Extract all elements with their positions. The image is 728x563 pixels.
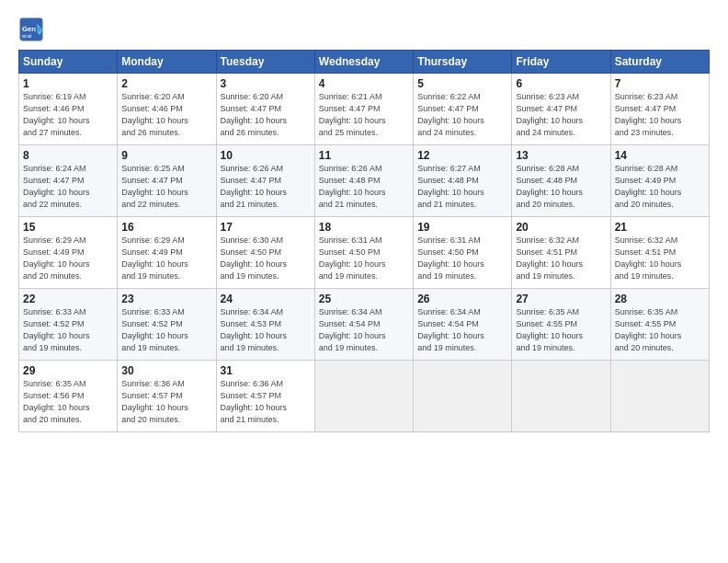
day-number: 23 bbox=[121, 293, 211, 305]
day-number: 11 bbox=[319, 149, 409, 162]
day-detail: Sunrise: 6:32 AM Sunset: 4:51 PM Dayligh… bbox=[516, 235, 606, 282]
logo-icon: Gen eral bbox=[18, 17, 44, 42]
day-number: 17 bbox=[221, 221, 311, 234]
calendar-cell: 27Sunrise: 6:35 AM Sunset: 4:55 PM Dayli… bbox=[512, 289, 610, 361]
calendar-cell: 12Sunrise: 6:27 AM Sunset: 4:48 PM Dayli… bbox=[414, 145, 512, 217]
calendar-cell: 20Sunrise: 6:32 AM Sunset: 4:51 PM Dayli… bbox=[512, 217, 610, 289]
page-header: Gen eral bbox=[18, 17, 710, 42]
calendar-cell: 3Sunrise: 6:20 AM Sunset: 4:47 PM Daylig… bbox=[216, 74, 314, 145]
day-number: 8 bbox=[23, 149, 113, 162]
day-detail: Sunrise: 6:30 AM Sunset: 4:50 PM Dayligh… bbox=[221, 235, 311, 282]
calendar-cell: 21Sunrise: 6:32 AM Sunset: 4:51 PM Dayli… bbox=[610, 217, 709, 289]
day-detail: Sunrise: 6:23 AM Sunset: 4:47 PM Dayligh… bbox=[516, 91, 606, 139]
calendar-week-row: 22Sunrise: 6:33 AM Sunset: 4:52 PM Dayli… bbox=[19, 289, 710, 361]
day-number: 27 bbox=[516, 293, 606, 305]
calendar-cell: 26Sunrise: 6:34 AM Sunset: 4:54 PM Dayli… bbox=[414, 289, 512, 361]
day-detail: Sunrise: 6:24 AM Sunset: 4:47 PM Dayligh… bbox=[23, 163, 113, 211]
day-number: 12 bbox=[417, 149, 507, 162]
calendar-cell: 23Sunrise: 6:33 AM Sunset: 4:52 PM Dayli… bbox=[118, 289, 216, 361]
day-number: 31 bbox=[221, 364, 311, 377]
calendar-cell: 24Sunrise: 6:34 AM Sunset: 4:53 PM Dayli… bbox=[216, 289, 314, 361]
calendar-cell: 5Sunrise: 6:22 AM Sunset: 4:47 PM Daylig… bbox=[414, 74, 512, 145]
calendar-cell: 2Sunrise: 6:20 AM Sunset: 4:46 PM Daylig… bbox=[118, 74, 216, 145]
day-number: 16 bbox=[121, 221, 211, 234]
day-detail: Sunrise: 6:28 AM Sunset: 4:49 PM Dayligh… bbox=[615, 163, 705, 211]
calendar-week-row: 1Sunrise: 6:19 AM Sunset: 4:46 PM Daylig… bbox=[19, 74, 710, 145]
calendar-cell: 4Sunrise: 6:21 AM Sunset: 4:47 PM Daylig… bbox=[314, 74, 413, 145]
day-number: 3 bbox=[221, 77, 311, 90]
calendar-cell: 15Sunrise: 6:29 AM Sunset: 4:49 PM Dayli… bbox=[19, 217, 118, 289]
day-detail: Sunrise: 6:28 AM Sunset: 4:48 PM Dayligh… bbox=[516, 163, 606, 211]
day-detail: Sunrise: 6:34 AM Sunset: 4:54 PM Dayligh… bbox=[319, 306, 409, 354]
calendar-header-row: SundayMondayTuesdayWednesdayThursdayFrid… bbox=[19, 51, 710, 74]
day-detail: Sunrise: 6:35 AM Sunset: 4:55 PM Dayligh… bbox=[516, 306, 606, 354]
day-detail: Sunrise: 6:34 AM Sunset: 4:53 PM Dayligh… bbox=[221, 306, 311, 354]
calendar-cell bbox=[610, 361, 709, 432]
day-number: 9 bbox=[121, 149, 211, 162]
day-detail: Sunrise: 6:20 AM Sunset: 4:46 PM Dayligh… bbox=[121, 91, 211, 139]
day-number: 25 bbox=[319, 293, 409, 305]
calendar-cell: 13Sunrise: 6:28 AM Sunset: 4:48 PM Dayli… bbox=[512, 145, 610, 217]
calendar-cell: 30Sunrise: 6:36 AM Sunset: 4:57 PM Dayli… bbox=[118, 361, 216, 432]
calendar-cell: 16Sunrise: 6:29 AM Sunset: 4:49 PM Dayli… bbox=[118, 217, 216, 289]
calendar-cell: 8Sunrise: 6:24 AM Sunset: 4:47 PM Daylig… bbox=[19, 145, 118, 217]
day-detail: Sunrise: 6:34 AM Sunset: 4:54 PM Dayligh… bbox=[417, 306, 507, 354]
calendar-cell: 1Sunrise: 6:19 AM Sunset: 4:46 PM Daylig… bbox=[19, 74, 118, 145]
calendar-cell: 25Sunrise: 6:34 AM Sunset: 4:54 PM Dayli… bbox=[314, 289, 413, 361]
day-detail: Sunrise: 6:21 AM Sunset: 4:47 PM Dayligh… bbox=[319, 91, 409, 139]
day-detail: Sunrise: 6:29 AM Sunset: 4:49 PM Dayligh… bbox=[23, 235, 113, 282]
calendar-week-row: 15Sunrise: 6:29 AM Sunset: 4:49 PM Dayli… bbox=[19, 217, 710, 289]
calendar-cell bbox=[314, 361, 413, 432]
day-detail: Sunrise: 6:33 AM Sunset: 4:52 PM Dayligh… bbox=[23, 306, 113, 354]
day-detail: Sunrise: 6:33 AM Sunset: 4:52 PM Dayligh… bbox=[121, 306, 211, 354]
calendar-week-row: 8Sunrise: 6:24 AM Sunset: 4:47 PM Daylig… bbox=[19, 145, 710, 217]
calendar-cell: 14Sunrise: 6:28 AM Sunset: 4:49 PM Dayli… bbox=[610, 145, 709, 217]
calendar-week-row: 29Sunrise: 6:35 AM Sunset: 4:56 PM Dayli… bbox=[19, 361, 710, 432]
calendar-cell: 18Sunrise: 6:31 AM Sunset: 4:50 PM Dayli… bbox=[314, 217, 413, 289]
day-number: 26 bbox=[417, 293, 507, 305]
day-number: 22 bbox=[23, 293, 113, 305]
day-detail: Sunrise: 6:26 AM Sunset: 4:47 PM Dayligh… bbox=[221, 163, 311, 211]
calendar-day-header: Thursday bbox=[414, 51, 512, 74]
calendar-cell: 9Sunrise: 6:25 AM Sunset: 4:47 PM Daylig… bbox=[118, 145, 216, 217]
day-detail: Sunrise: 6:23 AM Sunset: 4:47 PM Dayligh… bbox=[615, 91, 705, 139]
calendar-cell: 19Sunrise: 6:31 AM Sunset: 4:50 PM Dayli… bbox=[414, 217, 512, 289]
day-number: 18 bbox=[319, 221, 409, 234]
day-detail: Sunrise: 6:29 AM Sunset: 4:49 PM Dayligh… bbox=[121, 235, 211, 282]
calendar-cell: 17Sunrise: 6:30 AM Sunset: 4:50 PM Dayli… bbox=[216, 217, 314, 289]
day-number: 21 bbox=[615, 221, 705, 234]
day-number: 29 bbox=[23, 364, 113, 377]
day-number: 20 bbox=[516, 221, 606, 234]
day-detail: Sunrise: 6:32 AM Sunset: 4:51 PM Dayligh… bbox=[615, 235, 705, 282]
day-detail: Sunrise: 6:20 AM Sunset: 4:47 PM Dayligh… bbox=[221, 91, 311, 139]
day-number: 15 bbox=[23, 221, 113, 234]
svg-text:eral: eral bbox=[22, 32, 31, 39]
calendar-cell: 28Sunrise: 6:35 AM Sunset: 4:55 PM Dayli… bbox=[610, 289, 709, 361]
calendar-cell: 11Sunrise: 6:26 AM Sunset: 4:48 PM Dayli… bbox=[314, 145, 413, 217]
day-detail: Sunrise: 6:35 AM Sunset: 4:56 PM Dayligh… bbox=[23, 378, 113, 426]
calendar-day-header: Wednesday bbox=[314, 51, 413, 74]
day-detail: Sunrise: 6:22 AM Sunset: 4:47 PM Dayligh… bbox=[417, 91, 507, 139]
day-detail: Sunrise: 6:27 AM Sunset: 4:48 PM Dayligh… bbox=[417, 163, 507, 211]
day-detail: Sunrise: 6:35 AM Sunset: 4:55 PM Dayligh… bbox=[615, 306, 705, 354]
day-number: 1 bbox=[23, 77, 113, 90]
day-detail: Sunrise: 6:26 AM Sunset: 4:48 PM Dayligh… bbox=[319, 163, 409, 211]
calendar-cell bbox=[414, 361, 512, 432]
calendar-day-header: Monday bbox=[118, 51, 216, 74]
calendar-table: SundayMondayTuesdayWednesdayThursdayFrid… bbox=[18, 50, 710, 432]
day-number: 10 bbox=[221, 149, 311, 162]
day-detail: Sunrise: 6:19 AM Sunset: 4:46 PM Dayligh… bbox=[23, 91, 113, 139]
day-number: 28 bbox=[615, 293, 705, 305]
calendar-cell: 6Sunrise: 6:23 AM Sunset: 4:47 PM Daylig… bbox=[512, 74, 610, 145]
calendar-cell bbox=[512, 361, 610, 432]
calendar-day-header: Friday bbox=[512, 51, 610, 74]
calendar-day-header: Sunday bbox=[19, 51, 118, 74]
calendar-cell: 31Sunrise: 6:36 AM Sunset: 4:57 PM Dayli… bbox=[216, 361, 314, 432]
day-number: 14 bbox=[615, 149, 705, 162]
day-number: 7 bbox=[615, 77, 705, 90]
calendar-cell: 10Sunrise: 6:26 AM Sunset: 4:47 PM Dayli… bbox=[216, 145, 314, 217]
day-detail: Sunrise: 6:36 AM Sunset: 4:57 PM Dayligh… bbox=[121, 378, 211, 426]
calendar-cell: 7Sunrise: 6:23 AM Sunset: 4:47 PM Daylig… bbox=[610, 74, 709, 145]
day-number: 13 bbox=[516, 149, 606, 162]
day-number: 24 bbox=[221, 293, 311, 305]
